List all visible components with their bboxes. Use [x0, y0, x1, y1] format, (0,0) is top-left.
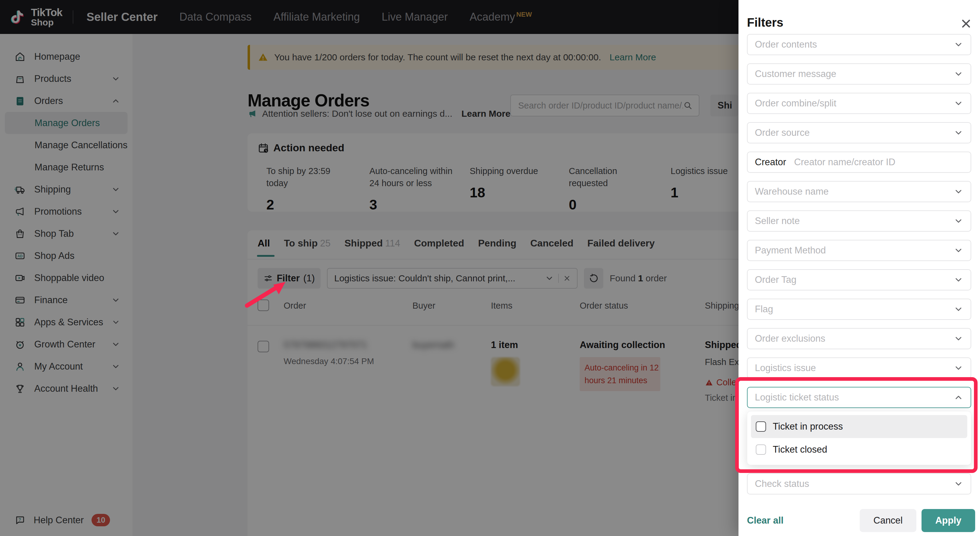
filter-field-order-source[interactable]: Order source	[747, 122, 971, 144]
filter-field-flag[interactable]: Flag	[747, 298, 971, 320]
chevron-down-icon	[954, 305, 963, 314]
chevron-down-icon	[954, 334, 963, 343]
field-placeholder: Order exclusions	[755, 333, 954, 344]
filter-field-warehouse-name[interactable]: Warehouse name	[747, 181, 971, 202]
chevron-down-icon	[954, 216, 963, 226]
field-placeholder: Seller note	[755, 215, 954, 227]
field-placeholder: Order source	[755, 127, 954, 138]
filters-title: Filters	[747, 16, 783, 29]
close-icon[interactable]	[960, 18, 972, 30]
filter-field-order-exclusions[interactable]: Order exclusions	[747, 328, 971, 349]
filter-field-logistics-issue[interactable]: Logistics issue	[747, 357, 971, 379]
cancel-button[interactable]: Cancel	[860, 509, 916, 532]
clear-all-link[interactable]: Clear all	[747, 515, 784, 526]
filter-field-payment-method[interactable]: Payment Method	[747, 240, 971, 261]
chevron-down-icon	[954, 275, 963, 285]
chevron-down-icon	[954, 479, 963, 489]
filter-field-order-tag[interactable]: Order Tag	[747, 269, 971, 290]
chevron-down-icon	[954, 128, 963, 138]
chevron-down-icon	[954, 363, 963, 373]
field-placeholder: Order Tag	[755, 274, 954, 285]
filter-field-order-combine-split[interactable]: Order combine/split	[747, 93, 971, 114]
field-placeholder: Payment Method	[755, 245, 954, 256]
field-placeholder: Warehouse name	[755, 186, 954, 197]
field-placeholder: Order combine/split	[755, 98, 954, 109]
apply-button[interactable]: Apply	[921, 509, 975, 532]
annotation-arrow	[239, 274, 294, 314]
creator-placeholder: Creator name/creator ID	[794, 157, 963, 168]
chevron-down-icon	[954, 187, 963, 196]
filter-field-order-contents[interactable]: Order contents	[747, 34, 971, 55]
chevron-down-icon	[954, 69, 963, 79]
annotation-highlight-rectangle	[735, 377, 978, 473]
filter-field-check-status[interactable]: Check status	[747, 473, 971, 495]
chevron-down-icon	[954, 246, 963, 255]
field-placeholder: Flag	[755, 304, 954, 315]
field-placeholder: Order contents	[755, 39, 954, 50]
filter-field-creator[interactable]: Creator Creator name/creator ID	[747, 152, 971, 173]
creator-label: Creator	[755, 157, 786, 168]
field-placeholder: Logistics issue	[755, 362, 954, 373]
filter-field-customer-message[interactable]: Customer message	[747, 63, 971, 85]
field-placeholder: Customer message	[755, 69, 954, 80]
chevron-down-icon	[954, 99, 963, 108]
field-placeholder: Check status	[755, 479, 954, 489]
filter-field-seller-note[interactable]: Seller note	[747, 211, 971, 231]
drawer-footer: Clear all Cancel Apply	[747, 509, 975, 532]
chevron-down-icon	[954, 40, 963, 49]
